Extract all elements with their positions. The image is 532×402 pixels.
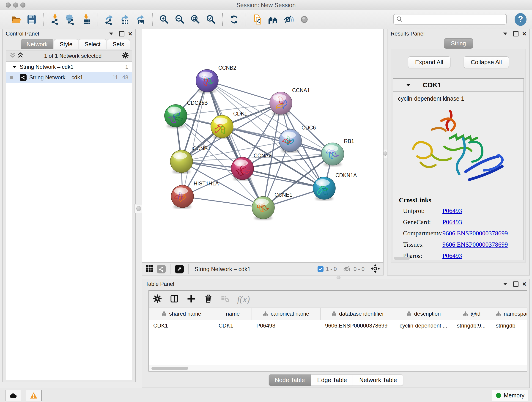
cloud-status-button[interactable]: [5, 390, 21, 401]
export-image-icon[interactable]: [135, 14, 146, 25]
crosslink-link[interactable]: 9606.ENSP00000378699: [443, 230, 508, 237]
expand-all-icon[interactable]: [17, 51, 24, 61]
crosslinks-section: CrossLinks Uniprot:P06493GeneCard:P06493…: [393, 196, 524, 259]
bottom-splitter[interactable]: [142, 275, 530, 279]
network-row-selected[interactable]: String Network – cdk1 11 48: [6, 72, 132, 83]
import-table-from-file-icon[interactable]: [80, 14, 92, 25]
column-header-description[interactable]: description: [395, 308, 452, 320]
scrollbar-thumb[interactable]: [152, 367, 188, 370]
open-in-new-window-icon[interactable]: [175, 265, 184, 274]
apply-preferred-layout-icon[interactable]: [228, 14, 240, 25]
table-options-gear-icon[interactable]: [152, 294, 162, 305]
network-label: String Network – cdk1: [29, 74, 83, 81]
warnings-button[interactable]: [26, 390, 42, 401]
search-box[interactable]: [393, 14, 507, 25]
collection-label: String Network – cdk1: [20, 64, 74, 70]
grid-view-icon[interactable]: [146, 264, 154, 274]
column-header-database-identifier[interactable]: database identifier: [321, 308, 395, 320]
zoom-selected-icon[interactable]: [205, 14, 216, 25]
gene-name: CDK1: [423, 81, 442, 89]
column-header-name[interactable]: name: [214, 308, 252, 320]
node-label-CDC25B: CDC25B: [187, 100, 208, 106]
crosslink-row: Pharos:P06493: [399, 252, 524, 259]
crosslink-link[interactable]: P06493: [443, 207, 462, 215]
results-panel: Results Panel × String Expand All Collap…: [387, 29, 530, 275]
table-row[interactable]: CDK1CDK1P064939606.ENSP00000378699cyclin…: [149, 320, 527, 332]
add-column-icon[interactable]: [186, 294, 196, 305]
panel-menu-icon[interactable]: [503, 283, 507, 285]
gene-expander-icon[interactable]: [406, 84, 410, 86]
panel-menu-icon[interactable]: [109, 32, 113, 35]
crosslink-link[interactable]: P06493: [443, 218, 462, 226]
network-edge-count: 48: [122, 74, 128, 81]
tab-network-table[interactable]: Network Table: [353, 375, 403, 386]
gene-description: cyclin-dependent kinase 1: [393, 92, 524, 103]
search-input[interactable]: [405, 16, 506, 23]
network-collection-row[interactable]: String Network – cdk1 1: [6, 62, 132, 72]
close-panel-icon[interactable]: ×: [522, 30, 526, 37]
new-network-from-selection-icon[interactable]: [252, 14, 263, 25]
network-options-gear-icon[interactable]: [121, 51, 129, 61]
show-columns-icon[interactable]: [169, 294, 179, 305]
tab-network[interactable]: Network: [21, 39, 53, 49]
import-network-from-database-icon[interactable]: [65, 14, 76, 25]
save-session-icon[interactable]: [26, 14, 37, 25]
memory-button[interactable]: Memory: [492, 390, 529, 401]
tab-select[interactable]: Select: [79, 39, 106, 49]
help-button[interactable]: ?: [515, 13, 526, 26]
left-splitter[interactable]: [136, 29, 142, 382]
zoom-in-icon[interactable]: [158, 14, 170, 25]
results-scrollbar[interactable]: [394, 257, 410, 260]
collapse-all-icon[interactable]: [9, 51, 17, 61]
network-view-toolbar: String Network – cdk1 1 - 0 0 - 0: [142, 263, 384, 275]
selected-checkbox-icon[interactable]: [317, 266, 323, 272]
open-session-icon[interactable]: [10, 14, 22, 25]
close-panel-icon[interactable]: ×: [522, 281, 526, 287]
table-horizontal-scrollbar[interactable]: [149, 365, 527, 371]
tab-style[interactable]: Style: [54, 39, 78, 49]
network-node-HIST1H1A[interactable]: HIST1H1A: [171, 181, 219, 209]
pan-crosshair-icon[interactable]: [370, 264, 380, 274]
string-network-badge-icon[interactable]: [157, 265, 166, 274]
crosslink-link[interactable]: P06493: [443, 252, 462, 259]
hide-selected-icon[interactable]: [283, 14, 294, 25]
gene-section-header[interactable]: CDK1: [393, 79, 524, 92]
import-network-from-file-icon[interactable]: [49, 14, 61, 25]
network-node-CDK1[interactable]: CDK1: [211, 111, 247, 139]
float-panel-icon[interactable]: [513, 281, 519, 287]
network-node-CCNB1[interactable]: CCNB1: [170, 146, 210, 174]
right-splitter[interactable]: [384, 29, 387, 275]
tab-string[interactable]: String: [444, 38, 473, 49]
tab-node-table[interactable]: Node Table: [269, 375, 311, 386]
collapse-all-button[interactable]: Collapse All: [464, 56, 509, 68]
node-label-CDKN1A: CDKN1A: [336, 172, 357, 178]
column-header-namespace[interactable]: namespace: [491, 308, 527, 320]
float-panel-icon[interactable]: [119, 31, 124, 36]
float-panel-icon[interactable]: [513, 31, 519, 36]
show-graphics-details-icon[interactable]: [267, 14, 279, 25]
crosslink-link[interactable]: 9606.ENSP00000378699: [443, 241, 508, 248]
expand-all-button[interactable]: Expand All: [408, 56, 450, 68]
column-header--id[interactable]: @id: [452, 308, 491, 320]
network-node-RB1[interactable]: RB1: [322, 138, 354, 166]
column-header-canonical-name[interactable]: canonical name: [252, 308, 321, 320]
results-panel-title: Results Panel: [391, 31, 424, 37]
column-header-shared-name[interactable]: shared name: [149, 308, 214, 320]
delete-column-icon[interactable]: [203, 294, 213, 305]
zoom-out-icon[interactable]: [174, 14, 185, 25]
crosslink-row: GeneCard:P06493: [399, 218, 524, 226]
panel-menu-icon[interactable]: [503, 32, 507, 35]
close-panel-icon[interactable]: ×: [128, 30, 132, 37]
delete-table-icon-disabled: [220, 294, 230, 305]
show-all-icon[interactable]: [298, 14, 310, 25]
zoom-fit-icon[interactable]: [190, 14, 201, 25]
network-node-CDKN1A[interactable]: CDKN1A: [313, 172, 357, 201]
network-canvas[interactable]: CCNB2CCNA1CDC25BCDK1CDC6RB1CCNB1CCNA2CDK…: [142, 29, 384, 263]
node-label-CCNB1: CCNB1: [193, 146, 210, 152]
tab-edge-table[interactable]: Edge Table: [311, 375, 353, 386]
tab-sets[interactable]: Sets: [107, 39, 130, 49]
collection-expander-icon[interactable]: [12, 66, 17, 68]
export-table-icon[interactable]: [119, 14, 131, 25]
export-network-icon[interactable]: [104, 14, 115, 25]
toolbar-separator: [222, 13, 223, 26]
